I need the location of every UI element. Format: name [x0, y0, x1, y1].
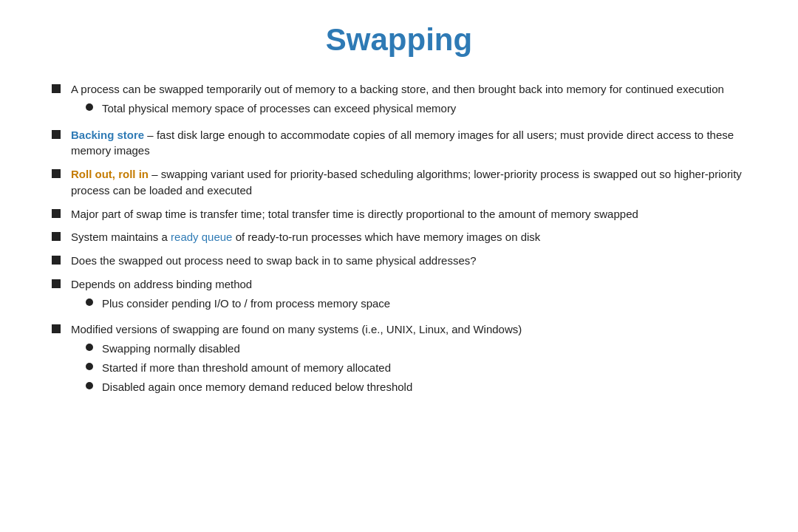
page-title: Swapping	[44, 22, 754, 58]
bullet-icon	[52, 324, 61, 333]
list-item: Major part of swap time is transfer time…	[52, 206, 754, 222]
item-text: Backing store – fast disk large enough t…	[71, 127, 754, 160]
sub-item-text: Swapping normally disabled	[102, 341, 754, 357]
list-item: Roll out, roll in – swapping variant use…	[52, 166, 754, 199]
sub-list: Total physical memory space of processes…	[71, 100, 754, 117]
bullet-icon	[52, 279, 61, 288]
sub-bullet-icon	[86, 103, 93, 111]
list-item: A process can be swapped temporarily out…	[52, 81, 754, 120]
backing-store-label: Backing store	[71, 129, 144, 141]
sub-bullet-icon	[86, 344, 93, 351]
bullet-icon	[52, 84, 61, 93]
list-item: Modified versions of swapping are found …	[52, 321, 754, 398]
list-item: Started if more than threshold amount of…	[71, 360, 754, 376]
item-text: Depends on address binding method Plus c…	[71, 276, 754, 315]
sub-list: Swapping normally disabled Started if mo…	[71, 341, 754, 395]
list-item: System maintains a ready queue of ready-…	[52, 229, 754, 245]
bullet-icon	[52, 232, 61, 241]
sub-bullet-icon	[86, 299, 93, 306]
item-text: Roll out, roll in – swapping variant use…	[71, 166, 754, 199]
item-text: System maintains a ready queue of ready-…	[71, 229, 754, 245]
main-list: A process can be swapped temporarily out…	[52, 81, 754, 398]
ready-queue-label: ready queue	[171, 231, 232, 243]
item-text: Modified versions of swapping are found …	[71, 321, 754, 398]
sub-item-text: Started if more than threshold amount of…	[102, 360, 754, 376]
item-text: Does the swapped out process need to swa…	[71, 253, 754, 269]
sub-bullet-icon	[86, 363, 93, 370]
sub-bullet-icon	[86, 382, 93, 389]
list-item: Depends on address binding method Plus c…	[52, 276, 754, 315]
sub-item-text: Disabled again once memory demand reduce…	[102, 379, 754, 395]
bullet-icon	[52, 256, 61, 265]
list-item: Disabled again once memory demand reduce…	[71, 379, 754, 395]
sub-list: Plus consider pending I/O to / from proc…	[71, 296, 754, 312]
item-text: Major part of swap time is transfer time…	[71, 206, 754, 222]
main-content: A process can be swapped temporarily out…	[44, 81, 754, 398]
sub-item-text: Total physical memory space of processes…	[102, 100, 754, 117]
bullet-icon	[52, 169, 61, 178]
list-item: Backing store – fast disk large enough t…	[52, 127, 754, 160]
roll-out-label: Roll out, roll in	[71, 168, 149, 180]
bullet-icon	[52, 130, 61, 139]
bullet-icon	[52, 209, 61, 218]
list-item: Does the swapped out process need to swa…	[52, 253, 754, 269]
list-item: Swapping normally disabled	[71, 341, 754, 357]
list-item: Plus consider pending I/O to / from proc…	[71, 296, 754, 312]
sub-item-text: Plus consider pending I/O to / from proc…	[102, 296, 754, 312]
item-text: A process can be swapped temporarily out…	[71, 81, 754, 120]
list-item: Total physical memory space of processes…	[71, 100, 754, 117]
